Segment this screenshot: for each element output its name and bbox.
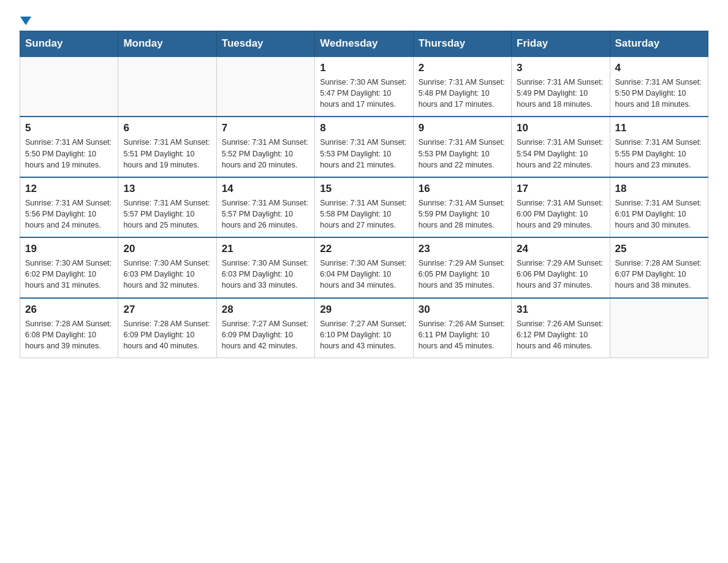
day-info: Sunrise: 7:31 AM Sunset: 5:59 PM Dayligh… bbox=[419, 197, 506, 231]
day-number: 23 bbox=[419, 243, 506, 255]
day-number: 1 bbox=[320, 62, 408, 74]
weekday-header-monday: Monday bbox=[118, 31, 216, 57]
calendar-cell bbox=[610, 298, 708, 358]
calendar-cell: 9Sunrise: 7:31 AM Sunset: 5:53 PM Daylig… bbox=[413, 117, 511, 177]
calendar-cell: 20Sunrise: 7:30 AM Sunset: 6:03 PM Dayli… bbox=[118, 237, 216, 297]
day-number: 30 bbox=[419, 304, 506, 316]
calendar-cell: 13Sunrise: 7:31 AM Sunset: 5:57 PM Dayli… bbox=[118, 177, 216, 237]
day-info: Sunrise: 7:28 AM Sunset: 6:07 PM Dayligh… bbox=[615, 258, 703, 291]
calendar-cell: 3Sunrise: 7:31 AM Sunset: 5:49 PM Daylig… bbox=[512, 56, 610, 117]
day-number: 6 bbox=[123, 122, 211, 134]
calendar-cell: 7Sunrise: 7:31 AM Sunset: 5:52 PM Daylig… bbox=[216, 117, 314, 177]
day-number: 3 bbox=[517, 62, 604, 74]
calendar-week-row: 5Sunrise: 7:31 AM Sunset: 5:50 PM Daylig… bbox=[20, 117, 708, 177]
calendar-week-row: 1Sunrise: 7:30 AM Sunset: 5:47 PM Daylig… bbox=[20, 56, 708, 117]
day-number: 13 bbox=[123, 183, 211, 195]
day-info: Sunrise: 7:31 AM Sunset: 5:56 PM Dayligh… bbox=[25, 197, 113, 231]
day-info: Sunrise: 7:31 AM Sunset: 5:57 PM Dayligh… bbox=[123, 197, 211, 231]
calendar-cell: 29Sunrise: 7:27 AM Sunset: 6:10 PM Dayli… bbox=[315, 298, 413, 358]
calendar-cell: 30Sunrise: 7:26 AM Sunset: 6:11 PM Dayli… bbox=[413, 298, 511, 358]
day-info: Sunrise: 7:31 AM Sunset: 5:55 PM Dayligh… bbox=[615, 137, 703, 170]
day-number: 17 bbox=[517, 183, 604, 195]
day-info: Sunrise: 7:31 AM Sunset: 5:58 PM Dayligh… bbox=[320, 197, 408, 231]
day-info: Sunrise: 7:28 AM Sunset: 6:09 PM Dayligh… bbox=[123, 318, 211, 351]
day-info: Sunrise: 7:26 AM Sunset: 6:12 PM Dayligh… bbox=[517, 318, 604, 351]
day-info: Sunrise: 7:26 AM Sunset: 6:11 PM Dayligh… bbox=[419, 318, 506, 351]
day-number: 11 bbox=[615, 122, 703, 134]
day-number: 29 bbox=[320, 304, 408, 316]
day-info: Sunrise: 7:27 AM Sunset: 6:09 PM Dayligh… bbox=[222, 318, 309, 351]
weekday-header-thursday: Thursday bbox=[413, 31, 511, 57]
calendar-cell: 27Sunrise: 7:28 AM Sunset: 6:09 PM Dayli… bbox=[118, 298, 216, 358]
day-info: Sunrise: 7:31 AM Sunset: 5:53 PM Dayligh… bbox=[320, 137, 408, 170]
calendar-cell: 5Sunrise: 7:31 AM Sunset: 5:50 PM Daylig… bbox=[20, 117, 118, 177]
day-number: 4 bbox=[615, 62, 703, 74]
logo-triangle-icon bbox=[20, 17, 31, 25]
calendar-cell: 22Sunrise: 7:30 AM Sunset: 6:04 PM Dayli… bbox=[315, 237, 413, 297]
day-info: Sunrise: 7:31 AM Sunset: 5:48 PM Dayligh… bbox=[419, 77, 506, 110]
weekday-header-tuesday: Tuesday bbox=[216, 31, 314, 57]
calendar-cell: 19Sunrise: 7:30 AM Sunset: 6:02 PM Dayli… bbox=[20, 237, 118, 297]
calendar-cell: 31Sunrise: 7:26 AM Sunset: 6:12 PM Dayli… bbox=[512, 298, 610, 358]
day-number: 26 bbox=[25, 304, 113, 316]
day-info: Sunrise: 7:31 AM Sunset: 5:52 PM Dayligh… bbox=[222, 137, 309, 170]
day-info: Sunrise: 7:30 AM Sunset: 6:04 PM Dayligh… bbox=[320, 258, 408, 291]
calendar-cell: 28Sunrise: 7:27 AM Sunset: 6:09 PM Dayli… bbox=[216, 298, 314, 358]
day-number: 20 bbox=[123, 243, 211, 255]
day-number: 22 bbox=[320, 243, 408, 255]
calendar-week-row: 12Sunrise: 7:31 AM Sunset: 5:56 PM Dayli… bbox=[20, 177, 708, 237]
calendar-cell: 26Sunrise: 7:28 AM Sunset: 6:08 PM Dayli… bbox=[20, 298, 118, 358]
day-number: 25 bbox=[615, 243, 703, 255]
calendar-cell: 4Sunrise: 7:31 AM Sunset: 5:50 PM Daylig… bbox=[610, 56, 708, 117]
day-info: Sunrise: 7:31 AM Sunset: 5:57 PM Dayligh… bbox=[222, 197, 309, 231]
day-info: Sunrise: 7:30 AM Sunset: 5:47 PM Dayligh… bbox=[320, 77, 408, 110]
day-number: 9 bbox=[419, 122, 506, 134]
logo bbox=[20, 15, 31, 23]
calendar-header: SundayMondayTuesdayWednesdayThursdayFrid… bbox=[20, 31, 708, 57]
weekday-header-row: SundayMondayTuesdayWednesdayThursdayFrid… bbox=[20, 31, 708, 57]
weekday-header-saturday: Saturday bbox=[610, 31, 708, 57]
day-number: 15 bbox=[320, 183, 408, 195]
day-number: 21 bbox=[222, 243, 309, 255]
day-number: 7 bbox=[222, 122, 309, 134]
calendar-cell: 6Sunrise: 7:31 AM Sunset: 5:51 PM Daylig… bbox=[118, 117, 216, 177]
day-number: 10 bbox=[517, 122, 604, 134]
calendar-cell bbox=[118, 56, 216, 117]
calendar-week-row: 26Sunrise: 7:28 AM Sunset: 6:08 PM Dayli… bbox=[20, 298, 708, 358]
weekday-header-sunday: Sunday bbox=[20, 31, 118, 57]
day-info: Sunrise: 7:29 AM Sunset: 6:06 PM Dayligh… bbox=[517, 258, 604, 291]
day-info: Sunrise: 7:31 AM Sunset: 5:50 PM Dayligh… bbox=[25, 137, 113, 170]
weekday-header-wednesday: Wednesday bbox=[315, 31, 413, 57]
day-number: 8 bbox=[320, 122, 408, 134]
calendar-week-row: 19Sunrise: 7:30 AM Sunset: 6:02 PM Dayli… bbox=[20, 237, 708, 297]
calendar-cell: 2Sunrise: 7:31 AM Sunset: 5:48 PM Daylig… bbox=[413, 56, 511, 117]
day-info: Sunrise: 7:31 AM Sunset: 5:51 PM Dayligh… bbox=[123, 137, 211, 170]
calendar-body: 1Sunrise: 7:30 AM Sunset: 5:47 PM Daylig… bbox=[20, 56, 708, 358]
weekday-header-friday: Friday bbox=[512, 31, 610, 57]
page-header bbox=[20, 15, 708, 23]
day-number: 27 bbox=[123, 304, 211, 316]
calendar-cell: 8Sunrise: 7:31 AM Sunset: 5:53 PM Daylig… bbox=[315, 117, 413, 177]
day-info: Sunrise: 7:31 AM Sunset: 5:53 PM Dayligh… bbox=[419, 137, 506, 170]
day-number: 16 bbox=[419, 183, 506, 195]
day-info: Sunrise: 7:30 AM Sunset: 6:03 PM Dayligh… bbox=[123, 258, 211, 291]
day-number: 5 bbox=[25, 122, 113, 134]
day-info: Sunrise: 7:31 AM Sunset: 6:00 PM Dayligh… bbox=[517, 197, 604, 231]
calendar-cell: 24Sunrise: 7:29 AM Sunset: 6:06 PM Dayli… bbox=[512, 237, 610, 297]
calendar-cell: 15Sunrise: 7:31 AM Sunset: 5:58 PM Dayli… bbox=[315, 177, 413, 237]
calendar-cell: 1Sunrise: 7:30 AM Sunset: 5:47 PM Daylig… bbox=[315, 56, 413, 117]
calendar-cell bbox=[20, 56, 118, 117]
day-info: Sunrise: 7:29 AM Sunset: 6:05 PM Dayligh… bbox=[419, 258, 506, 291]
calendar-cell: 21Sunrise: 7:30 AM Sunset: 6:03 PM Dayli… bbox=[216, 237, 314, 297]
day-number: 31 bbox=[517, 304, 604, 316]
day-info: Sunrise: 7:31 AM Sunset: 5:50 PM Dayligh… bbox=[615, 77, 703, 110]
calendar-table: SundayMondayTuesdayWednesdayThursdayFrid… bbox=[20, 31, 708, 358]
calendar-cell: 11Sunrise: 7:31 AM Sunset: 5:55 PM Dayli… bbox=[610, 117, 708, 177]
day-number: 2 bbox=[419, 62, 506, 74]
day-info: Sunrise: 7:31 AM Sunset: 6:01 PM Dayligh… bbox=[615, 197, 703, 231]
day-info: Sunrise: 7:28 AM Sunset: 6:08 PM Dayligh… bbox=[25, 318, 113, 351]
calendar-cell: 17Sunrise: 7:31 AM Sunset: 6:00 PM Dayli… bbox=[512, 177, 610, 237]
calendar-cell: 18Sunrise: 7:31 AM Sunset: 6:01 PM Dayli… bbox=[610, 177, 708, 237]
calendar-cell: 25Sunrise: 7:28 AM Sunset: 6:07 PM Dayli… bbox=[610, 237, 708, 297]
day-info: Sunrise: 7:30 AM Sunset: 6:03 PM Dayligh… bbox=[222, 258, 309, 291]
